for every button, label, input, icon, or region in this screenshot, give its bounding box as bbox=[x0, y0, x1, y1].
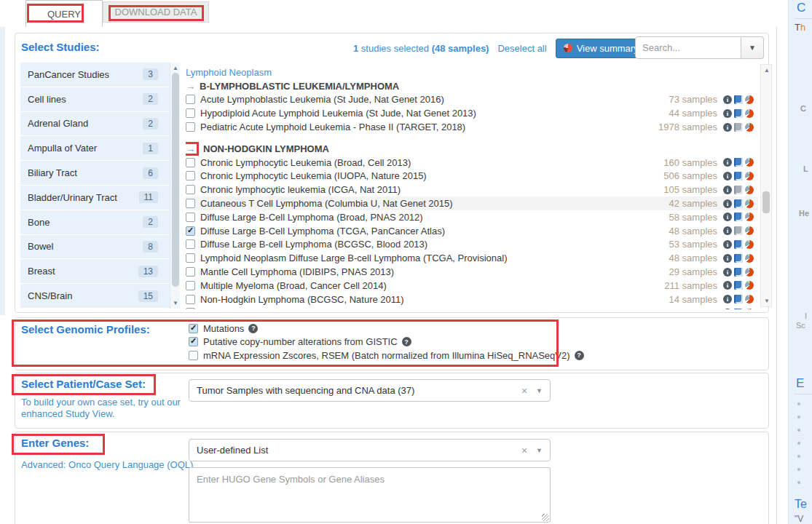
study-checkbox[interactable] bbox=[186, 253, 195, 263]
pie-chart-icon[interactable] bbox=[745, 309, 754, 309]
pie-chart-icon[interactable] bbox=[745, 295, 754, 303]
cancer-type-row[interactable]: Bowel8 bbox=[20, 235, 180, 260]
study-row[interactable]: Mantle Cell Lymphoma (IDIBIPS, PNAS 2013… bbox=[186, 265, 758, 279]
study-row[interactable]: Acute Lymphoblastic Leukemia (St Jude, N… bbox=[186, 93, 758, 107]
view-summary-button[interactable]: View summary bbox=[556, 39, 647, 58]
pie-chart-icon[interactable] bbox=[745, 172, 754, 180]
scroll-down-icon[interactable]: ▼ bbox=[170, 298, 181, 308]
clear-icon[interactable]: × bbox=[521, 385, 527, 397]
pie-chart-icon[interactable] bbox=[745, 123, 754, 132]
book-icon[interactable] bbox=[734, 295, 743, 303]
help-question-icon[interactable]: ? bbox=[402, 337, 411, 346]
book-icon[interactable] bbox=[734, 123, 743, 132]
info-icon[interactable]: i bbox=[723, 123, 732, 132]
study-checkbox[interactable] bbox=[186, 226, 195, 236]
oql-advanced-link[interactable]: Advanced: Onco Query Language (OQL) bbox=[21, 459, 193, 470]
book-icon[interactable] bbox=[734, 226, 743, 235]
chevron-down-icon[interactable]: ▼ bbox=[536, 387, 543, 394]
genomic-profile-option[interactable]: Mutations? bbox=[189, 322, 584, 336]
study-row[interactable]: Pediatric Acute Lymphoid Leukemia - Phas… bbox=[186, 120, 758, 134]
book-icon[interactable] bbox=[734, 109, 743, 118]
pie-chart-icon[interactable] bbox=[745, 199, 754, 208]
search-input[interactable] bbox=[635, 36, 741, 59]
pie-chart-icon[interactable] bbox=[745, 281, 754, 290]
book-icon[interactable] bbox=[734, 254, 743, 263]
genomic-profile-option[interactable]: Putative copy-number alterations from GI… bbox=[189, 336, 584, 349]
info-icon[interactable]: i bbox=[723, 226, 732, 235]
book-icon[interactable] bbox=[734, 268, 743, 277]
study-checkbox[interactable] bbox=[186, 239, 195, 249]
cancer-type-row[interactable]: Adrenal Gland2 bbox=[20, 112, 180, 137]
info-icon[interactable]: i bbox=[723, 309, 732, 309]
study-checkbox[interactable] bbox=[186, 108, 195, 118]
cancer-type-row[interactable]: Ampulla of Vater1 bbox=[20, 136, 180, 161]
study-list-scrollbar[interactable]: ▲ ▼ bbox=[760, 64, 772, 307]
study-row[interactable]: Chronic Lymphocytic Leukemia (Broad, Cel… bbox=[186, 156, 758, 170]
pie-chart-icon[interactable] bbox=[745, 109, 754, 118]
book-icon[interactable] bbox=[734, 158, 743, 167]
cancer-type-row[interactable]: Cell lines2 bbox=[20, 87, 180, 112]
pie-chart-icon[interactable] bbox=[745, 268, 754, 277]
profile-checkbox[interactable] bbox=[189, 324, 198, 333]
study-row[interactable]: Diffuse Large B-cell Lymphoma (BCGSC, Bl… bbox=[186, 238, 758, 252]
case-set-help-link[interactable]: To build your own case set, try out our bbox=[21, 397, 181, 408]
info-icon[interactable]: i bbox=[723, 254, 732, 263]
study-checkbox[interactable] bbox=[186, 281, 195, 290]
study-checkbox[interactable] bbox=[186, 95, 195, 104]
info-icon[interactable]: i bbox=[723, 199, 732, 208]
info-icon[interactable]: i bbox=[723, 281, 732, 290]
study-row[interactable]: Diffuse Large B-Cell Lymphoma (TCGA, Pan… bbox=[186, 224, 758, 238]
gene-list-select[interactable]: User-defined List × ▼ bbox=[189, 439, 551, 461]
cancer-type-row[interactable]: Bladder/Urinary Tract11 bbox=[20, 186, 180, 210]
help-question-icon[interactable]: ? bbox=[248, 324, 258, 333]
search-dropdown-button[interactable]: ▼ bbox=[741, 36, 764, 59]
study-group-link[interactable]: Lymphoid Neoplasm bbox=[186, 67, 272, 78]
study-row[interactable]: Non-Hodgkin Lymphoma (BCGSC, Nature 2011… bbox=[186, 293, 758, 306]
study-checkbox[interactable] bbox=[186, 267, 195, 277]
gene-input-textarea[interactable] bbox=[189, 467, 551, 523]
book-icon[interactable] bbox=[734, 199, 743, 208]
scrollbar-thumb[interactable] bbox=[762, 191, 770, 213]
study-row[interactable]: Chronic lymphocytic leukemia (ICGA, Nat … bbox=[186, 183, 758, 196]
info-icon[interactable]: i bbox=[723, 268, 732, 277]
profile-checkbox[interactable] bbox=[189, 351, 198, 360]
book-icon[interactable] bbox=[734, 95, 743, 104]
profile-checkbox[interactable] bbox=[189, 337, 198, 346]
study-checkbox[interactable] bbox=[186, 158, 195, 167]
study-checkbox[interactable] bbox=[186, 308, 195, 309]
scrollbar-thumb[interactable] bbox=[172, 73, 179, 287]
info-icon[interactable]: i bbox=[723, 240, 732, 249]
book-icon[interactable] bbox=[734, 213, 743, 221]
deselect-all-link[interactable]: Deselect all bbox=[497, 43, 546, 54]
study-row[interactable]: Primary Central Nervous System Lymphoma … bbox=[186, 306, 758, 309]
pie-chart-icon[interactable] bbox=[745, 213, 754, 221]
study-checkbox[interactable] bbox=[186, 213, 195, 222]
study-row[interactable]: Hypodiploid Acute Lymphoid Leukemia (St … bbox=[186, 106, 758, 120]
pie-chart-icon[interactable] bbox=[745, 95, 754, 104]
info-icon[interactable]: i bbox=[723, 295, 732, 303]
scroll-down-icon[interactable]: ▼ bbox=[761, 296, 773, 306]
study-view-link[interactable]: enhanced Study View. bbox=[21, 408, 114, 419]
tab-download-data[interactable]: DOWNLOAD DATA bbox=[103, 1, 209, 23]
book-icon[interactable] bbox=[734, 309, 743, 309]
study-row[interactable]: Diffuse Large B-Cell Lymphoma (Broad, PN… bbox=[186, 210, 758, 224]
case-set-select[interactable]: Tumor Samples with sequencing and CNA da… bbox=[189, 379, 551, 402]
scroll-up-icon[interactable]: ▲ bbox=[170, 63, 181, 73]
info-icon[interactable]: i bbox=[723, 172, 732, 180]
info-icon[interactable]: i bbox=[723, 158, 732, 167]
tab-query[interactable]: QUERY bbox=[25, 0, 103, 27]
chevron-down-icon[interactable]: ▼ bbox=[536, 447, 543, 454]
cancer-type-row[interactable]: PanCancer Studies3 bbox=[20, 63, 180, 87]
scroll-up-icon[interactable]: ▲ bbox=[761, 66, 773, 75]
book-icon[interactable] bbox=[734, 172, 743, 180]
help-question-icon[interactable]: ? bbox=[575, 351, 584, 360]
info-icon[interactable]: i bbox=[723, 213, 732, 221]
study-row[interactable]: Chronic Lymphocytic Leukemia (IUOPA, Nat… bbox=[186, 170, 758, 183]
pie-chart-icon[interactable] bbox=[745, 240, 754, 249]
expand-arrow-icon[interactable]: → bbox=[186, 81, 195, 92]
study-checkbox[interactable] bbox=[186, 295, 195, 304]
study-row[interactable]: Multiple Myeloma (Broad, Cancer Cell 201… bbox=[186, 279, 758, 293]
book-icon[interactable] bbox=[734, 186, 743, 194]
pie-chart-icon[interactable] bbox=[745, 186, 754, 194]
book-icon[interactable] bbox=[734, 240, 743, 249]
